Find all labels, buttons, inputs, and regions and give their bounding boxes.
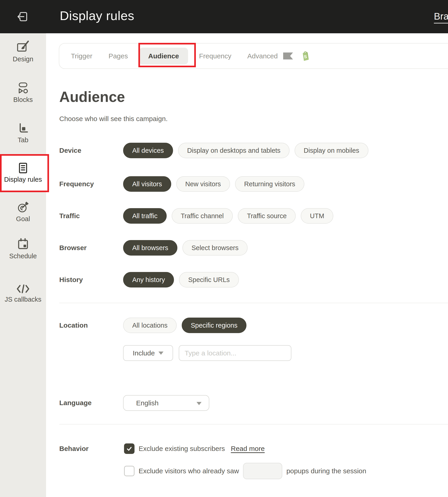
language-select[interactable]: English — [123, 395, 209, 411]
exclude-saw-text-after: popups during the session — [286, 467, 366, 475]
advanced-flag-icon — [283, 52, 293, 60]
sidebar-item-goal[interactable]: Goal — [0, 201, 46, 223]
branding-link[interactable]: Bra — [434, 11, 448, 23]
tab-trigger[interactable]: Trigger — [71, 52, 92, 60]
row-label-browser: Browser — [59, 244, 87, 252]
row-device: Device All devices Display on desktops a… — [59, 143, 447, 158]
include-select[interactable]: Include — [123, 345, 173, 361]
sidebar: Design Blocks Tab Display rules — [0, 33, 46, 497]
option-new-visitors[interactable]: New visitors — [176, 176, 230, 192]
sidebar-item-schedule[interactable]: Schedule — [0, 238, 46, 260]
option-specific-urls[interactable]: Specific URLs — [179, 272, 239, 288]
row-label-frequency: Frequency — [59, 180, 94, 188]
svg-text:S: S — [304, 54, 307, 59]
location-input[interactable] — [179, 345, 291, 361]
chevron-down-icon — [159, 352, 163, 355]
section-title: Audience — [59, 89, 125, 105]
option-all-browsers[interactable]: All browsers — [123, 240, 177, 256]
read-more-link[interactable]: Read more — [231, 445, 265, 452]
divider — [59, 424, 448, 424]
tab-frequency[interactable]: Frequency — [199, 52, 231, 60]
code-icon — [16, 284, 30, 294]
include-select-value: Include — [133, 349, 155, 357]
sidebar-item-design[interactable]: Design — [0, 40, 46, 63]
option-returning-visitors[interactable]: Returning visitors — [235, 176, 304, 192]
tab-bar: Trigger Pages Audience Frequency Advance… — [59, 43, 448, 69]
exclude-subscribers-text: Exclude existing subscribers — [139, 445, 225, 452]
tab-icon — [17, 122, 29, 134]
option-desktops-tablets[interactable]: Display on desktops and tablets — [178, 143, 289, 158]
section-subtitle: Choose who will see this campaign. — [59, 115, 168, 123]
exclude-saw-text-before: Exclude visitors who already saw — [139, 467, 239, 475]
row-label-language: Language — [59, 399, 92, 407]
back-button[interactable] — [15, 9, 31, 25]
exclude-subscribers-checkbox[interactable] — [124, 443, 134, 454]
sidebar-item-label: JS callbacks — [0, 296, 46, 303]
row-browser: Browser All browsers Select browsers — [59, 240, 447, 256]
row-label-traffic: Traffic — [59, 212, 80, 220]
row-label-location: Location — [59, 321, 88, 329]
option-select-browsers[interactable]: Select browsers — [182, 240, 248, 256]
goal-icon — [17, 201, 29, 213]
tab-pages[interactable]: Pages — [109, 52, 128, 60]
row-label-history: History — [59, 276, 83, 284]
sidebar-item-tab[interactable]: Tab — [0, 122, 46, 144]
sidebar-item-blocks[interactable]: Blocks — [0, 82, 46, 103]
sidebar-item-label: Design — [0, 55, 46, 63]
option-all-devices[interactable]: All devices — [123, 143, 173, 158]
row-traffic: Traffic All traffic Traffic channel Traf… — [59, 208, 447, 224]
exclude-saw-checkbox[interactable] — [124, 466, 134, 476]
shopify-icon: S — [301, 51, 310, 62]
option-all-visitors[interactable]: All visitors — [123, 176, 171, 192]
option-specific-regions[interactable]: Specific regions — [182, 318, 247, 333]
sidebar-item-label: Display rules — [0, 176, 46, 183]
row-language: Language English — [59, 395, 447, 411]
blocks-icon — [17, 82, 29, 94]
option-traffic-source[interactable]: Traffic source — [238, 208, 296, 224]
row-label-device: Device — [59, 147, 81, 154]
main-content: Trigger Pages Audience Frequency Advance… — [46, 33, 448, 497]
tab-advanced[interactable]: Advanced — [247, 52, 278, 60]
sidebar-item-display-rules[interactable]: Display rules — [0, 155, 46, 192]
popup-count-input[interactable] — [243, 463, 282, 479]
page-title: Display rules — [60, 8, 134, 23]
design-icon — [16, 40, 30, 53]
top-header-bar: Display rules Bra — [0, 0, 448, 33]
sidebar-item-label: Tab — [0, 136, 46, 144]
sidebar-item-label: Schedule — [0, 252, 46, 260]
option-utm[interactable]: UTM — [301, 208, 333, 224]
check-icon — [126, 446, 132, 452]
back-icon — [17, 11, 29, 23]
option-all-traffic[interactable]: All traffic — [123, 208, 167, 224]
behavior-exclude-saw: Exclude visitors who already saw popups … — [124, 463, 366, 479]
row-history: History Any history Specific URLs — [59, 272, 447, 288]
sidebar-item-label: Blocks — [0, 96, 46, 103]
row-location: Location All locations Specific regions — [59, 318, 447, 333]
chevron-down-icon — [196, 402, 202, 405]
option-traffic-channel[interactable]: Traffic channel — [172, 208, 233, 224]
display-rules-icon — [17, 162, 29, 174]
sidebar-item-label: Goal — [0, 215, 46, 223]
language-select-value: English — [136, 399, 159, 407]
option-mobiles[interactable]: Display on mobiles — [295, 143, 368, 158]
tab-audience[interactable]: Audience — [139, 48, 188, 64]
location-controls: Include — [123, 345, 291, 361]
option-all-locations[interactable]: All locations — [123, 318, 177, 333]
behavior-exclude-subscribers: Exclude existing subscribers Read more — [124, 443, 265, 454]
schedule-icon — [17, 238, 29, 250]
divider — [59, 303, 448, 303]
option-any-history[interactable]: Any history — [123, 272, 174, 288]
row-frequency: Frequency All visitors New visitors Retu… — [59, 176, 447, 192]
row-label-behavior: Behavior — [59, 445, 88, 452]
sidebar-item-js-callbacks[interactable]: JS callbacks — [0, 284, 46, 303]
